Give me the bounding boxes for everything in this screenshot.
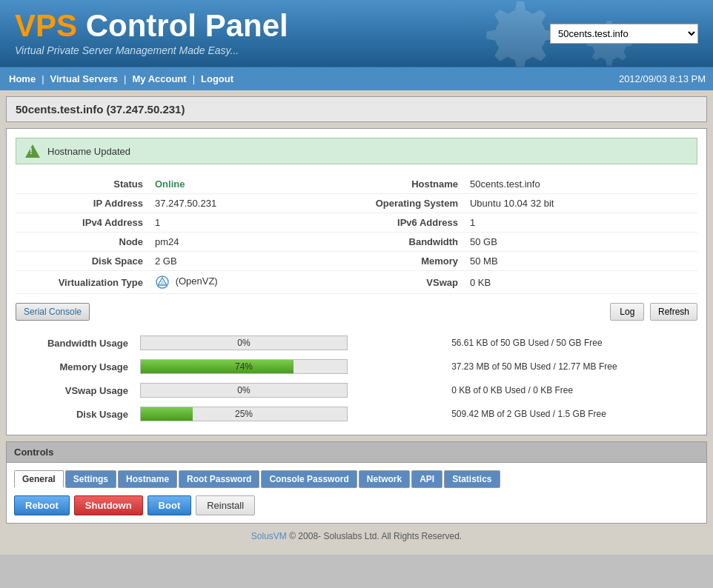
bandwidth-usage-info: 56.61 KB of 50 GB Used / 50 GB Free bbox=[445, 331, 697, 355]
server-info-table: Status Online Hostname 50cents.test.info… bbox=[16, 175, 697, 294]
memory-usage-label: Memory Usage bbox=[16, 355, 134, 378]
node-label: Node bbox=[16, 233, 149, 252]
os-value: Ubuntu 10.04 32 bit bbox=[464, 194, 697, 213]
tab-settings[interactable]: Settings bbox=[65, 470, 116, 488]
ipv4-value: 1 bbox=[149, 213, 331, 233]
bandwidth-usage-label: Bandwidth Usage bbox=[16, 331, 134, 355]
header-title-rest: Control Panel bbox=[77, 8, 288, 43]
boot-button[interactable]: Boot bbox=[147, 495, 192, 515]
tab-hostname[interactable]: Hostname bbox=[118, 470, 177, 488]
shutdown-button[interactable]: Shutdown bbox=[74, 495, 143, 515]
virt-label: Virtualization Type bbox=[16, 271, 149, 294]
disk-bar-text: 25% bbox=[141, 407, 347, 421]
memory-bar-text: 74% bbox=[141, 360, 347, 373]
node-value: pm24 bbox=[149, 233, 331, 252]
controls-body: General Settings Hostname Root Password … bbox=[7, 463, 706, 523]
tab-statistics[interactable]: Statistics bbox=[444, 470, 500, 488]
log-refresh-group: Log Refresh bbox=[610, 303, 697, 321]
log-button[interactable]: Log bbox=[610, 303, 644, 321]
bandwidth-label: Bandwidth bbox=[331, 233, 464, 252]
navbar: Home | Virtual Servers | My Account | Lo… bbox=[0, 67, 713, 90]
os-label: Operating System bbox=[331, 194, 464, 213]
disk-label: Disk Space bbox=[16, 252, 149, 271]
memory-usage-bar: 74% bbox=[140, 359, 348, 374]
memory-label: Memory bbox=[331, 252, 464, 271]
tab-root-password[interactable]: Root Password bbox=[179, 470, 259, 488]
nav-home[interactable]: Home bbox=[7, 73, 37, 84]
memory-value: 50 MB bbox=[464, 252, 697, 271]
tab-network[interactable]: Network bbox=[359, 470, 410, 488]
controls-header: Controls bbox=[7, 442, 706, 463]
disk-usage-row: Disk Usage 25% 509.42 MB of 2 GB Used / … bbox=[16, 402, 697, 426]
vswap-usage-row: VSwap Usage 0% 0 KB of 0 KB Used / 0 KB … bbox=[16, 378, 697, 402]
tabs-row: General Settings Hostname Root Password … bbox=[14, 470, 699, 488]
notification-bar: Hostname Updated bbox=[16, 138, 697, 164]
header-title: VPS Control Panel bbox=[15, 10, 288, 41]
disk-value: 2 GB bbox=[149, 252, 331, 271]
header-subtitle: Virtual Private Server Management Made E… bbox=[15, 44, 288, 56]
server-selector[interactable]: 50cents.test.info bbox=[550, 24, 698, 44]
warning-icon bbox=[25, 144, 40, 158]
content-panel: Hostname Updated Status Online Hostname … bbox=[6, 128, 707, 435]
tab-console-password[interactable]: Console Password bbox=[261, 470, 356, 488]
ipv6-label: IPv6 Address bbox=[331, 213, 464, 233]
reboot-button[interactable]: Reboot bbox=[14, 495, 70, 515]
disk-usage-bar: 25% bbox=[140, 407, 348, 421]
notification-message: Hostname Updated bbox=[47, 146, 130, 157]
controls-panel: Controls General Settings Hostname Root … bbox=[6, 441, 707, 524]
header-left: VPS Control Panel Virtual Private Server… bbox=[15, 10, 288, 56]
reinstall-button[interactable]: Reinstall bbox=[196, 495, 255, 515]
footer-brand[interactable]: SolusVM bbox=[251, 531, 287, 541]
refresh-button[interactable]: Refresh bbox=[650, 303, 697, 321]
nav-logout[interactable]: Logout bbox=[199, 73, 235, 84]
server-select[interactable]: 50cents.test.info bbox=[550, 24, 698, 44]
bandwidth-usage-bar: 0% bbox=[140, 335, 348, 350]
vswap-usage-label: VSwap Usage bbox=[16, 378, 134, 402]
action-row: Serial Console Log Refresh bbox=[16, 303, 697, 321]
tab-general[interactable]: General bbox=[14, 470, 64, 488]
memory-usage-info: 37.23 MB of 50 MB Used / 12.77 MB Free bbox=[445, 355, 697, 378]
vswap-label: VSwap bbox=[331, 271, 464, 294]
tab-api[interactable]: API bbox=[411, 470, 442, 488]
disk-usage-label: Disk Usage bbox=[16, 402, 134, 426]
status-value: Online bbox=[149, 175, 331, 194]
hostname-label: Hostname bbox=[331, 175, 464, 194]
serial-console-button[interactable]: Serial Console bbox=[16, 303, 90, 321]
usage-table: Bandwidth Usage 0% 56.61 KB of 50 GB Use… bbox=[16, 331, 697, 426]
nav-links: Home | Virtual Servers | My Account | Lo… bbox=[7, 73, 235, 84]
nav-virtual-servers[interactable]: Virtual Servers bbox=[49, 73, 120, 84]
ip-label: IP Address bbox=[16, 194, 149, 213]
controls-buttons: Reboot Shutdown Boot Reinstall bbox=[14, 495, 699, 515]
footer: SolusVM © 2008- Soluslabs Ltd. All Right… bbox=[6, 524, 707, 549]
header-vps: VPS bbox=[15, 8, 77, 43]
bandwidth-bar-text: 0% bbox=[141, 336, 347, 350]
header: VPS Control Panel Virtual Private Server… bbox=[0, 0, 713, 67]
main: 50cents.test.info (37.247.50.231) Hostna… bbox=[0, 90, 713, 555]
ip-value: 37.247.50.231 bbox=[149, 194, 331, 213]
bandwidth-usage-row: Bandwidth Usage 0% 56.61 KB of 50 GB Use… bbox=[16, 331, 697, 355]
ipv6-value: 1 bbox=[464, 213, 697, 233]
ipv4-label: IPv4 Address bbox=[16, 213, 149, 233]
memory-usage-row: Memory Usage 74% 37.23 MB of 50 MB Used … bbox=[16, 355, 697, 378]
virt-value: (OpenVZ) bbox=[149, 271, 331, 294]
nav-datetime: 2012/09/03 8:13 PM bbox=[619, 73, 706, 84]
footer-text: © 2008- Soluslabs Ltd. All Rights Reserv… bbox=[287, 531, 462, 541]
disk-usage-info: 509.42 MB of 2 GB Used / 1.5 GB Free bbox=[445, 402, 697, 426]
page-title: 50cents.test.info (37.247.50.231) bbox=[6, 96, 707, 122]
nav-my-account[interactable]: My Account bbox=[130, 73, 188, 84]
vswap-usage-bar: 0% bbox=[140, 383, 348, 398]
hostname-value: 50cents.test.info bbox=[464, 175, 697, 194]
vswap-usage-info: 0 KB of 0 KB Used / 0 KB Free bbox=[445, 378, 697, 402]
bandwidth-value: 50 GB bbox=[464, 233, 697, 252]
openvz-icon bbox=[155, 275, 170, 290]
vswap-value: 0 KB bbox=[464, 271, 697, 294]
status-label: Status bbox=[16, 175, 149, 194]
vswap-bar-text: 0% bbox=[141, 384, 347, 397]
